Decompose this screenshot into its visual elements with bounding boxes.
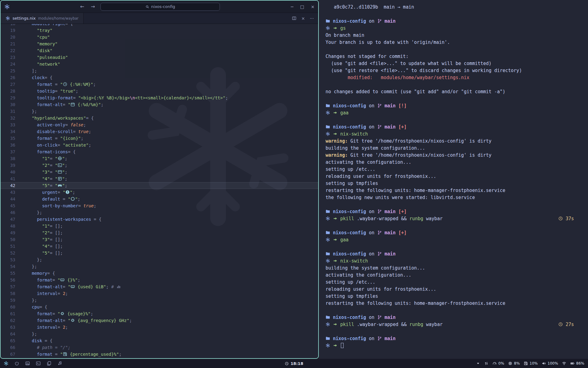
minimize-button[interactable]: ─ — [291, 4, 293, 9]
code-line[interactable]: 38 "1"= ""; — [1, 155, 318, 162]
code-line[interactable]: 28 tooltip= "true"; — [1, 88, 318, 94]
code-line[interactable]: 66 # path = "/"; — [1, 344, 318, 351]
tray-volume[interactable]: 100% — [542, 361, 558, 366]
code-line[interactable]: 60 cpu= { — [1, 304, 318, 310]
line-number[interactable]: 48 — [1, 223, 15, 229]
line-number[interactable]: 55 — [1, 270, 15, 277]
nav-back-button[interactable]: ← — [79, 4, 85, 10]
code-line[interactable]: 58 interval= 2; — [1, 290, 318, 297]
line-number[interactable]: 28 — [1, 88, 15, 94]
line-number[interactable]: 42 — [1, 182, 15, 189]
line-number[interactable]: 27 — [1, 81, 15, 88]
line-number[interactable]: 51 — [1, 243, 15, 250]
code-line[interactable]: 18 modules-right= [ — [1, 24, 318, 27]
code-line[interactable]: 35 format = "{icon}"; — [1, 135, 318, 142]
line-number[interactable]: 30 — [1, 101, 15, 108]
code-line[interactable]: 42 "5"= ""; — [1, 182, 318, 189]
code-line[interactable]: 19 "tray" — [1, 27, 318, 34]
line-number[interactable]: 64 — [1, 331, 15, 337]
line-number[interactable]: 62 — [1, 317, 15, 324]
line-number[interactable]: 25 — [1, 67, 15, 74]
code-line[interactable]: 67 format = " {percentage_used}%"; — [1, 351, 318, 358]
code-line[interactable]: 51 "4"= []; — [1, 243, 318, 250]
line-number[interactable]: 18 — [1, 24, 15, 27]
code-line[interactable]: 23 "pulseaudio" — [1, 54, 318, 61]
code-line[interactable]: 62 format-alt= " {avg_frequency} GHz"; — [1, 317, 318, 324]
line-number[interactable]: 38 — [1, 155, 15, 162]
code-line[interactable]: 30 format-alt= " {:%d/%m}"; — [1, 101, 318, 108]
code-line[interactable]: 65 disk = { — [1, 337, 318, 344]
code-line[interactable]: 53 }; — [1, 256, 318, 263]
tab-settings-nix[interactable]: settings.nix modules/home/waybar — [1, 13, 84, 24]
line-number[interactable]: 29 — [1, 94, 15, 101]
terminal-button[interactable] — [36, 361, 41, 366]
line-number[interactable]: 23 — [1, 54, 15, 61]
code-line[interactable]: 36 on-click= "activate"; — [1, 142, 318, 148]
tray-network-activity[interactable] — [484, 361, 488, 366]
code-line[interactable]: 41 "4"= ""; — [1, 175, 318, 182]
code-line[interactable]: 40 "3"= ""; — [1, 169, 318, 175]
line-number[interactable]: 46 — [1, 209, 15, 216]
code-line[interactable]: 55 memory= { — [1, 270, 318, 277]
close-editor-button[interactable]: × — [301, 16, 305, 21]
code-line[interactable]: 54 }; — [1, 263, 318, 270]
line-number[interactable]: 37 — [1, 148, 15, 155]
line-number[interactable]: 63 — [1, 324, 15, 331]
tray-expand[interactable] — [476, 361, 480, 366]
line-number[interactable]: 47 — [1, 216, 15, 223]
more-actions-button[interactable]: ··· — [310, 16, 314, 21]
code-line[interactable]: 32 "hyprland/workspaces"= { — [1, 115, 318, 121]
split-editor-button[interactable] — [292, 16, 296, 21]
code-line[interactable]: 48 "1"= []; — [1, 223, 318, 229]
code-line[interactable]: 37 format-icons= { — [1, 148, 318, 155]
line-number[interactable]: 36 — [1, 142, 15, 148]
line-number[interactable]: 34 — [1, 128, 15, 135]
line-number[interactable]: 65 — [1, 337, 15, 344]
code-line[interactable]: 27 format = " {:%H:%M}"; — [1, 81, 318, 88]
line-number[interactable]: 24 — [1, 61, 15, 67]
line-number[interactable]: 45 — [1, 202, 15, 209]
tray-memory[interactable]: 8% — [508, 361, 520, 366]
line-number[interactable]: 39 — [1, 162, 15, 169]
line-number[interactable]: 61 — [1, 310, 15, 317]
code-line[interactable]: 52 "5"= []; — [1, 250, 318, 256]
line-number[interactable]: 43 — [1, 189, 15, 196]
code-line[interactable]: 44 default = ""; — [1, 196, 318, 202]
code-line[interactable]: 39 "2"= ""; — [1, 162, 318, 169]
line-number[interactable]: 52 — [1, 250, 15, 256]
terminal[interactable]: a9c0c72..d11029b main → main nixos-confi… — [319, 0, 588, 359]
line-number[interactable]: 60 — [1, 304, 15, 310]
line-number[interactable]: 35 — [1, 135, 15, 142]
line-number[interactable]: 56 — [1, 277, 15, 283]
code-line[interactable]: 50 "3"= []; — [1, 236, 318, 243]
line-number[interactable]: 54 — [1, 263, 15, 270]
line-number[interactable]: 68 — [1, 358, 15, 358]
code-line[interactable]: 63 interval= 2; — [1, 324, 318, 331]
code-line[interactable]: 26 clock= { — [1, 74, 318, 81]
code-line[interactable]: 22 "disk" — [1, 47, 318, 54]
code-line[interactable]: 57 format-alt= " {used} GiB"; # — [1, 283, 318, 290]
line-number[interactable]: 26 — [1, 74, 15, 81]
line-number[interactable]: 53 — [1, 256, 15, 263]
code-line[interactable]: 33 active-only= false; — [1, 121, 318, 128]
line-number[interactable]: 59 — [1, 297, 15, 304]
files-button[interactable] — [47, 361, 51, 366]
code-line[interactable]: 64 }; — [1, 331, 318, 337]
line-number[interactable]: 31 — [1, 108, 15, 115]
nav-forward-button[interactable]: → — [90, 4, 96, 10]
code-line[interactable]: 31 }; — [1, 108, 318, 115]
tray-cpu[interactable]: 0% — [492, 361, 504, 366]
tray-disk[interactable]: 10% — [524, 361, 538, 366]
line-number[interactable]: 49 — [1, 229, 15, 236]
line-number[interactable]: 19 — [1, 27, 15, 34]
nixos-menu-button[interactable] — [4, 361, 9, 366]
code-line[interactable]: 43 urgent= ""; — [1, 189, 318, 196]
maximize-button[interactable]: □ — [300, 4, 304, 9]
code-line[interactable]: 45 sort-by-number= true; — [1, 202, 318, 209]
code-line[interactable]: 29 tooltip-format= "<big>{:%Y %B}</big>\… — [1, 94, 318, 101]
code-line[interactable]: 59 }; — [1, 297, 318, 304]
line-number[interactable]: 32 — [1, 115, 15, 121]
code-line[interactable]: 20 "cpu" — [1, 34, 318, 40]
line-number[interactable]: 20 — [1, 34, 15, 40]
code-line[interactable]: 61 format= " {usage}%"; — [1, 310, 318, 317]
